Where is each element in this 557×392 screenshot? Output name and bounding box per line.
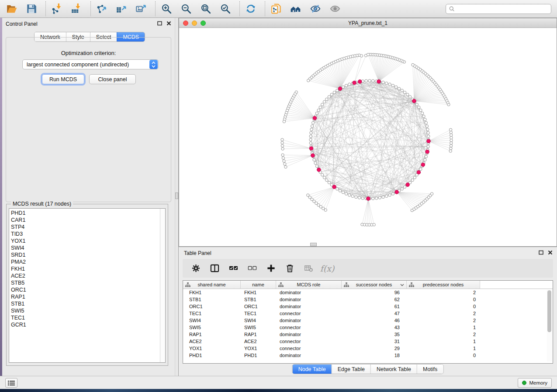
column-header-name[interactable]: name: [241, 281, 276, 289]
mcds-node-item[interactable]: TEC1: [11, 314, 160, 321]
splitter-grip[interactable]: [175, 193, 178, 199]
table-scrollbar-thumb[interactable]: [547, 290, 551, 332]
import-network-icon[interactable]: [50, 2, 63, 15]
network-canvas[interactable]: [179, 28, 557, 246]
tab-node-table[interactable]: Node Table: [293, 364, 332, 374]
table-row[interactable]: STB1STB1dominator620: [183, 296, 553, 303]
table-cell: dominator: [276, 297, 342, 302]
mcds-node-item[interactable]: SWI5: [11, 307, 160, 314]
table-row[interactable]: ORC1ORC1dominator610: [183, 303, 553, 310]
mcds-node-item[interactable]: ORC1: [11, 286, 160, 293]
mcds-node-item[interactable]: SWI4: [11, 244, 160, 251]
mcds-result-list[interactable]: PHD1CAR1STP4TID3YOX1SWI4SRD1PMA2FKH1ACE2…: [9, 209, 160, 362]
table-settings-gear-icon[interactable]: [190, 263, 201, 274]
vertical-splitter[interactable]: [175, 18, 179, 376]
memory-label: Memory: [529, 380, 547, 385]
table-cell: STB1: [241, 297, 276, 302]
mcds-node-item[interactable]: GCR1: [11, 321, 160, 328]
float-panel-icon[interactable]: [157, 21, 162, 26]
import-table-icon[interactable]: [70, 2, 83, 15]
mcds-node-item[interactable]: SRD1: [11, 251, 160, 258]
criterion-value: largest connected component (undirected): [23, 62, 149, 68]
network-window-titlebar[interactable]: YPA_prune.txt_1: [179, 18, 557, 28]
tab-edge-table[interactable]: Edge Table: [332, 364, 370, 374]
criterion-dropdown[interactable]: largest connected component (undirected): [22, 59, 159, 69]
table-cell: 1: [407, 339, 480, 344]
zoom-fit-icon[interactable]: [199, 2, 212, 15]
table-cell: YOX1: [183, 346, 241, 351]
table-panel: Table Panel f(x) shared namenameMCDS rol…: [179, 247, 557, 376]
tab-network-table[interactable]: Network Table: [370, 364, 417, 374]
tab-motifs[interactable]: Motifs: [417, 364, 443, 374]
show-columns-icon[interactable]: [209, 263, 220, 274]
table-scrollbar[interactable]: [547, 290, 552, 361]
mcds-node-item[interactable]: YOX1: [11, 237, 160, 244]
table-cell: connector: [276, 311, 342, 316]
table-row[interactable]: SWI4SWI4dominator462: [183, 317, 553, 324]
column-header-shared-name[interactable]: shared name: [183, 281, 241, 289]
table-header-row: shared namenameMCDS rolesuccessor nodesp…: [183, 281, 553, 289]
table-cell: 29: [342, 346, 407, 351]
table-row[interactable]: ACE2ACE2connector311: [183, 338, 553, 345]
close-window-icon[interactable]: [183, 21, 188, 26]
mcds-node-item[interactable]: STB1: [11, 300, 160, 307]
export-image-icon[interactable]: [135, 2, 148, 15]
clone-network-icon[interactable]: [270, 2, 283, 15]
close-panel-button[interactable]: Close panel: [89, 74, 136, 84]
table-cell: 1: [407, 325, 480, 330]
table-cell: 61: [342, 304, 407, 309]
save-icon[interactable]: [25, 2, 38, 15]
zoom-out-icon[interactable]: [180, 2, 193, 15]
export-table-icon[interactable]: [115, 2, 128, 15]
select-all-icon[interactable]: [228, 263, 239, 274]
close-panel-icon[interactable]: [166, 21, 171, 26]
maximize-window-icon[interactable]: [201, 21, 206, 26]
table-row[interactable]: PHD1PHD1dominator180: [183, 352, 553, 359]
mcds-node-item[interactable]: RAP1: [11, 293, 160, 300]
table-row[interactable]: YOX1YOX1connector291: [183, 345, 553, 352]
control-panel-header: Control Panel: [2, 18, 175, 29]
toolbar-separator: [45, 1, 46, 16]
dropdown-stepper-icon: [149, 60, 158, 69]
first-neighbors-icon[interactable]: [289, 2, 302, 15]
refresh-icon[interactable]: [244, 2, 257, 15]
minimize-window-icon[interactable]: [192, 21, 197, 26]
delete-column-icon[interactable]: [284, 263, 295, 274]
deselect-all-icon[interactable]: [246, 263, 258, 274]
float-panel-icon[interactable]: [539, 250, 543, 255]
hide-selected-icon[interactable]: [309, 2, 322, 15]
table-row[interactable]: TEC1TEC1connector472: [183, 310, 553, 317]
close-panel-icon[interactable]: [548, 250, 553, 255]
search-field[interactable]: [446, 4, 551, 14]
column-header-predecessor-nodes[interactable]: predecessor nodes: [407, 281, 480, 289]
mcds-node-item[interactable]: PMA2: [11, 258, 160, 265]
search-input[interactable]: [457, 5, 551, 13]
network-graph[interactable]: [179, 28, 557, 246]
mcds-node-item[interactable]: STP4: [11, 224, 160, 230]
table-body: FKH1FKH1dominator962STB1STB1dominator620…: [183, 289, 553, 359]
mcds-node-item[interactable]: TID3: [11, 230, 160, 237]
export-network-icon[interactable]: [95, 2, 108, 15]
mcds-list-scrollbar[interactable]: [160, 209, 165, 362]
add-column-icon[interactable]: [265, 263, 277, 274]
table-cell: 47: [342, 311, 407, 316]
run-mcds-button[interactable]: Run MCDS: [42, 74, 84, 84]
table-row[interactable]: SWI5SWI5connector431: [183, 324, 553, 331]
mcds-node-item[interactable]: CAR1: [11, 217, 160, 224]
mcds-node-item[interactable]: PHD1: [11, 210, 160, 217]
memory-button[interactable]: Memory: [518, 378, 552, 388]
mcds-result-group: MCDS result (17 nodes) PHD1CAR1STP4TID3Y…: [6, 204, 168, 366]
column-header-successor-nodes[interactable]: successor nodes: [342, 281, 407, 289]
zoom-in-icon[interactable]: [160, 2, 173, 15]
mcds-node-item[interactable]: ACE2: [11, 272, 160, 279]
open-file-icon[interactable]: [5, 2, 18, 15]
mcds-node-item[interactable]: FKH1: [11, 265, 160, 272]
table-row[interactable]: FKH1FKH1dominator962: [183, 289, 553, 296]
show-all-icon[interactable]: [329, 2, 342, 15]
table-row[interactable]: RAP1RAP1dominator352: [183, 331, 553, 338]
mcds-node-item[interactable]: STB5: [11, 279, 160, 286]
zoom-selected-icon[interactable]: [219, 2, 232, 15]
horizontal-splitter-grip[interactable]: [310, 243, 317, 246]
column-header-MCDS-role[interactable]: MCDS role: [276, 281, 342, 289]
task-history-button[interactable]: [5, 378, 17, 388]
